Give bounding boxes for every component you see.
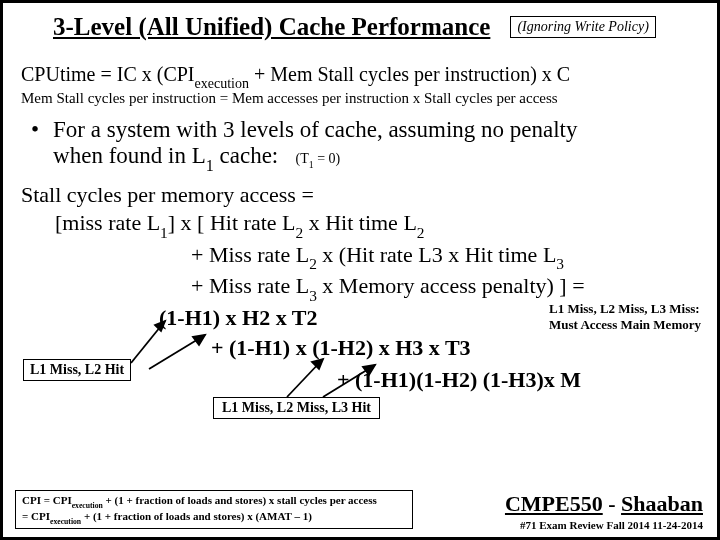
exam-line: #71 Exam Review Fall 2014 11-24-2014 <box>505 519 703 531</box>
txt: Must Access Main Memory <box>549 317 701 333</box>
course-label: CMPE550 - Shaaban <box>505 491 703 517</box>
stall-line1: Stall cycles per memory access = <box>21 181 699 210</box>
txt: L1 Miss, L2 Miss, L3 Miss: <box>549 301 701 317</box>
svg-marker-3 <box>193 335 205 345</box>
l3miss-note: L1 Miss, L2 Miss, L3 Miss: Must Access M… <box>549 301 701 332</box>
txt: cache: <box>214 143 278 168</box>
txt: + (1 + fraction of loads and stores) x s… <box>103 494 377 506</box>
txt: + (1 + fraction of loads and stores) x (… <box>81 510 312 522</box>
txt: x Memory access penalty) ] = <box>317 273 585 298</box>
hformula-line2: + (1-H1) x (1-H2) x H3 x T3 <box>211 335 471 361</box>
txt: = 0) <box>314 151 341 166</box>
l1miss-l2hit-box: L1 Miss, L2 Hit <box>23 359 131 381</box>
txt: x Hit time L <box>303 210 417 235</box>
cpi-line2: = CPIexecution + (1 + fraction of loads … <box>22 510 406 525</box>
h-formula-block: (1-H1) x H2 x T2 + (1-H1) x (1-H2) x H3 … <box>3 305 717 415</box>
bullet-line2: when found in L1 cache: (T1 = 0) <box>53 143 577 173</box>
equation-block: CPUtime = IC x (CPIexecution + Mem Stall… <box>3 45 717 107</box>
stall-line4: + Miss rate L3 x Memory access penalty) … <box>21 272 699 303</box>
txt: CPI = CPI <box>22 494 72 506</box>
stall-line2: [miss rate L1] x [ Hit rate L2 x Hit tim… <box>21 209 699 240</box>
s: 3 <box>556 255 564 272</box>
txt: x (Hit rate L3 x Hit time L <box>317 242 557 267</box>
txt: ] x [ Hit rate L <box>168 210 296 235</box>
footer: CMPE550 - Shaaban #71 Exam Review Fall 2… <box>505 491 703 531</box>
s: 2 <box>295 224 303 241</box>
arrow-icon <box>143 329 215 373</box>
sub: 1 <box>309 159 314 170</box>
arrow-icon <box>317 359 385 401</box>
course-code: CMPE550 <box>505 491 603 516</box>
txt: = CPI <box>22 510 50 522</box>
txt: (T <box>296 151 309 166</box>
s: 2 <box>309 255 317 272</box>
svg-marker-7 <box>363 365 375 375</box>
ignore-policy-note: (Ignoring Write Policy) <box>510 16 655 38</box>
slide-title: 3-Level (All Unified) Cache Performance <box>53 13 490 41</box>
sub1: 1 <box>206 157 214 174</box>
s: 3 <box>309 287 317 304</box>
cputime-equation: CPUtime = IC x (CPIexecution + Mem Stall… <box>21 63 699 90</box>
s: 1 <box>160 224 168 241</box>
eq-sub: execution <box>195 76 249 91</box>
sep: - <box>603 491 621 516</box>
stall-formula: Stall cycles per memory access = [miss r… <box>3 173 717 304</box>
s: execution <box>50 517 81 526</box>
txt: + Miss rate L <box>191 242 309 267</box>
eq-part: + Mem Stall cycles per instruction) x C <box>249 63 570 85</box>
t1-note: (T1 = 0) <box>296 151 341 166</box>
txt: when found in L <box>53 143 206 168</box>
memstall-equation: Mem Stall cycles per instruction = Mem a… <box>21 90 699 107</box>
cpi-line1: CPI = CPIexecution + (1 + fraction of lo… <box>22 494 406 509</box>
s: execution <box>72 501 103 510</box>
bullet-system: • For a system with 3 levels of cache, a… <box>3 107 717 173</box>
author: Shaaban <box>621 491 703 516</box>
eq-part: CPUtime = IC x (CPI <box>21 63 195 85</box>
bullet-dot: • <box>31 117 39 173</box>
s: 2 <box>417 224 425 241</box>
txt: + Miss rate L <box>191 273 309 298</box>
hformula-line1: (1-H1) x H2 x T2 <box>159 305 317 331</box>
stall-line3: + Miss rate L2 x (Hit rate L3 x Hit time… <box>21 241 699 272</box>
cpi-box: CPI = CPIexecution + (1 + fraction of lo… <box>15 490 413 529</box>
bullet-line1: For a system with 3 levels of cache, ass… <box>53 117 577 143</box>
txt: [miss rate L <box>55 210 160 235</box>
